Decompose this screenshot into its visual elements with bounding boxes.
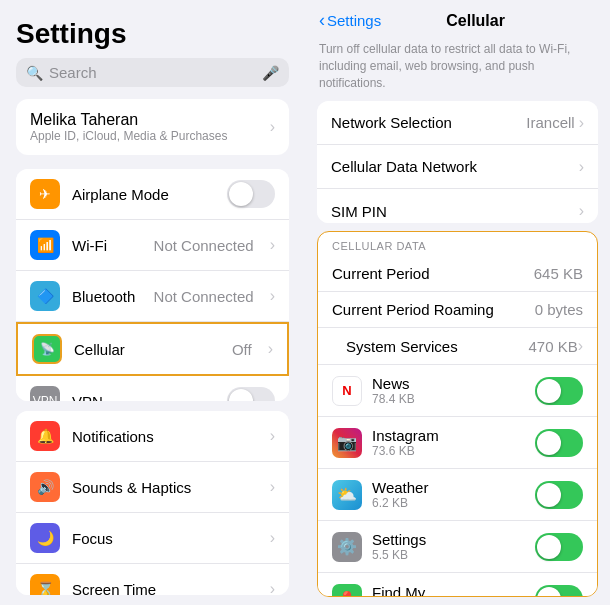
findmy-toggle[interactable] bbox=[535, 585, 583, 597]
news-size: 78.4 KB bbox=[372, 392, 525, 406]
cellular-icon-box: 📡 bbox=[32, 334, 62, 364]
sounds-icon-box: 🔊 bbox=[30, 472, 60, 502]
cellular-chevron: › bbox=[268, 340, 273, 358]
current-period-roaming-label: Current Period Roaming bbox=[332, 301, 535, 318]
settings-app-info: Settings 5.5 KB bbox=[372, 531, 525, 562]
settings-app-toggle[interactable] bbox=[535, 533, 583, 561]
news-info: News 78.4 KB bbox=[372, 375, 525, 406]
current-period-value: 645 KB bbox=[534, 265, 583, 282]
profile-info: Melika Taheran Apple ID, iCloud, Media &… bbox=[30, 111, 227, 143]
weather-icon-glyph: ⛅ bbox=[337, 485, 357, 504]
system-services-value: 470 KB bbox=[528, 338, 577, 355]
current-period-row: Current Period 645 KB bbox=[318, 256, 597, 292]
weather-toggle[interactable] bbox=[535, 481, 583, 509]
findmy-icon: 📍 bbox=[332, 584, 362, 597]
description-text: Turn off cellular data to restrict all d… bbox=[305, 37, 610, 101]
app-row-findmy: 📍 Find My 4.3 KB bbox=[318, 573, 597, 597]
airplane-toggle-knob bbox=[229, 182, 253, 206]
system-services-row[interactable]: System Services 470 KB › bbox=[318, 328, 597, 365]
wifi-chevron: › bbox=[270, 236, 275, 254]
cellular-data-section-label: CELLULAR DATA bbox=[318, 232, 597, 256]
sidebar-item-cellular[interactable]: 📡 Cellular Off › bbox=[16, 322, 289, 376]
notifications-icon-box: 🔔 bbox=[30, 421, 60, 451]
sidebar-item-sounds[interactable]: 🔊 Sounds & Haptics › bbox=[16, 462, 289, 513]
news-toggle-knob bbox=[537, 379, 561, 403]
instagram-icon: 📷 bbox=[332, 428, 362, 458]
sim-pin-item[interactable]: SIM PIN › bbox=[317, 189, 598, 223]
vpn-label: VPN bbox=[72, 393, 215, 402]
findmy-info: Find My 4.3 KB bbox=[372, 584, 525, 597]
profile-name: Melika Taheran bbox=[30, 111, 227, 129]
notifications-label: Notifications bbox=[72, 428, 258, 445]
focus-chevron: › bbox=[270, 529, 275, 547]
settings-app-icon-glyph: ⚙️ bbox=[337, 537, 357, 556]
news-toggle[interactable] bbox=[535, 377, 583, 405]
instagram-size: 73.6 KB bbox=[372, 444, 525, 458]
focus-label: Focus bbox=[72, 530, 258, 547]
settings-group-1: ✈ Airplane Mode 📶 Wi-Fi Not Connected › … bbox=[16, 169, 289, 401]
screentime-chevron: › bbox=[270, 580, 275, 595]
network-selection-label: Network Selection bbox=[331, 114, 526, 131]
sim-pin-chevron: › bbox=[579, 202, 584, 220]
sidebar-item-vpn[interactable]: VPN VPN bbox=[16, 376, 289, 401]
sidebar-item-screentime[interactable]: ⌛ Screen Time › bbox=[16, 564, 289, 595]
wifi-value: Not Connected bbox=[154, 237, 254, 254]
bluetooth-chevron: › bbox=[270, 287, 275, 305]
bluetooth-value: Not Connected bbox=[154, 288, 254, 305]
network-selection-item[interactable]: Network Selection Irancell › bbox=[317, 101, 598, 145]
back-chevron-icon: ‹ bbox=[319, 10, 325, 31]
vpn-toggle-knob bbox=[229, 389, 253, 401]
settings-app-name: Settings bbox=[372, 531, 525, 548]
sounds-chevron: › bbox=[270, 478, 275, 496]
sidebar-item-airplane[interactable]: ✈ Airplane Mode bbox=[16, 169, 289, 220]
right-top-section: Network Selection Irancell › Cellular Da… bbox=[317, 101, 598, 223]
instagram-toggle-knob bbox=[537, 431, 561, 455]
weather-icon: ⛅ bbox=[332, 480, 362, 510]
wifi-icon: 📶 bbox=[37, 237, 54, 253]
focus-icon: 🌙 bbox=[37, 530, 54, 546]
instagram-icon-glyph: 📷 bbox=[337, 433, 357, 452]
sidebar-item-wifi[interactable]: 📶 Wi-Fi Not Connected › bbox=[16, 220, 289, 271]
screentime-icon: ⌛ bbox=[37, 581, 54, 595]
sim-pin-label: SIM PIN bbox=[331, 203, 579, 220]
airplane-toggle[interactable] bbox=[227, 180, 275, 208]
sidebar-item-bluetooth[interactable]: 🔷 Bluetooth Not Connected › bbox=[16, 271, 289, 322]
sidebar-item-focus[interactable]: 🌙 Focus › bbox=[16, 513, 289, 564]
bluetooth-icon: 🔷 bbox=[37, 288, 54, 304]
news-icon-letter: N bbox=[342, 383, 351, 398]
findmy-toggle-knob bbox=[537, 587, 561, 597]
cellular-data-network-label: Cellular Data Network bbox=[331, 158, 579, 175]
weather-info: Weather 6.2 KB bbox=[372, 479, 525, 510]
instagram-name: Instagram bbox=[372, 427, 525, 444]
system-services-label: System Services bbox=[346, 338, 528, 355]
profile-subtitle: Apple ID, iCloud, Media & Purchases bbox=[30, 129, 227, 143]
search-icon: 🔍 bbox=[26, 65, 43, 81]
system-services-chevron: › bbox=[578, 337, 583, 355]
cellular-label: Cellular bbox=[74, 341, 220, 358]
settings-group-2: 🔔 Notifications › 🔊 Sounds & Haptics › 🌙… bbox=[16, 411, 289, 595]
search-bar[interactable]: 🔍 Search 🎤 bbox=[16, 58, 289, 87]
cellular-data-section: CELLULAR DATA Current Period 645 KB Curr… bbox=[317, 231, 598, 597]
sidebar-item-notifications[interactable]: 🔔 Notifications › bbox=[16, 411, 289, 462]
screentime-label: Screen Time bbox=[72, 581, 258, 595]
bluetooth-icon-box: 🔷 bbox=[30, 281, 60, 311]
right-panel: ‹ Settings Cellular Turn off cellular da… bbox=[305, 0, 610, 605]
cellular-data-network-item[interactable]: Cellular Data Network › bbox=[317, 145, 598, 189]
news-name: News bbox=[372, 375, 525, 392]
instagram-toggle[interactable] bbox=[535, 429, 583, 457]
notifications-icon: 🔔 bbox=[37, 428, 54, 444]
vpn-icon: VPN bbox=[33, 394, 58, 401]
vpn-toggle[interactable] bbox=[227, 387, 275, 401]
settings-app-size: 5.5 KB bbox=[372, 548, 525, 562]
network-selection-value: Irancell bbox=[526, 114, 574, 131]
profile-card[interactable]: Melika Taheran Apple ID, iCloud, Media &… bbox=[16, 99, 289, 155]
current-period-label: Current Period bbox=[332, 265, 534, 282]
weather-toggle-knob bbox=[537, 483, 561, 507]
current-period-roaming-row: Current Period Roaming 0 bytes bbox=[318, 292, 597, 328]
profile-chevron: › bbox=[270, 118, 275, 136]
focus-icon-box: 🌙 bbox=[30, 523, 60, 553]
back-button[interactable]: ‹ Settings bbox=[319, 10, 381, 31]
app-row-instagram: 📷 Instagram 73.6 KB bbox=[318, 417, 597, 469]
wifi-label: Wi-Fi bbox=[72, 237, 142, 254]
app-row-news: N News 78.4 KB bbox=[318, 365, 597, 417]
